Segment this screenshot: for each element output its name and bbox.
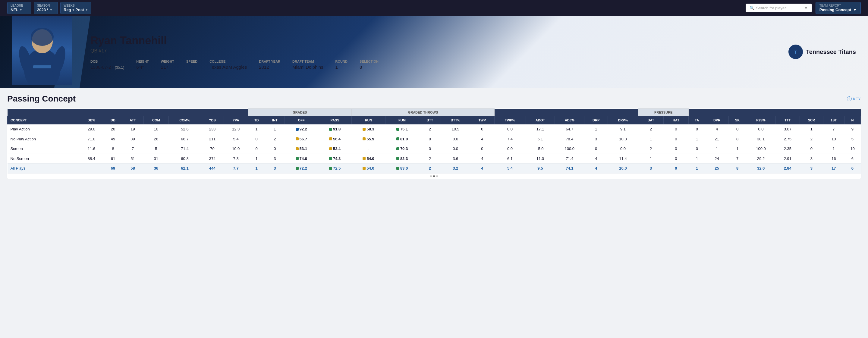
season-chevron-icon: ▼: [50, 8, 53, 11]
key-circle-icon: ?: [847, 96, 852, 101]
app-header: LEAGUE NFL ▼ SEASON 2023 * ▼ WEEKS Reg +…: [0, 0, 868, 16]
weeks-value: Reg + Post: [64, 7, 84, 12]
col-ttt: TTT: [775, 116, 800, 125]
round-stat: ROUND 1: [336, 60, 347, 70]
league-dropdown[interactable]: LEAGUE NFL ▼: [7, 2, 31, 14]
college-stat: COLLEGE Texas A&M Aggies: [210, 60, 247, 70]
section-header: Passing Concept ? KEY: [7, 94, 861, 104]
col-concept: CONCEPT: [7, 116, 79, 125]
speed-label: SPEED: [186, 60, 197, 63]
season-dropdown[interactable]: SEASON 2023 * ▼: [34, 2, 58, 14]
pressure-group-header: PRESSURE: [638, 109, 689, 116]
col-adot: ADOT: [526, 116, 555, 125]
draft-team-value: Miami Dolphins: [292, 64, 323, 70]
player-pos-num: QB #17: [90, 48, 788, 54]
col-int: INT: [265, 116, 284, 125]
player-photo-area: [12, 16, 79, 88]
weight-label: WEIGHT: [161, 60, 174, 63]
league-value: NFL: [10, 7, 18, 12]
scroll-dot-1: [430, 175, 432, 177]
col-pass: PASS: [318, 116, 351, 125]
weight-stat: WEIGHT 217: [161, 60, 174, 70]
player-search[interactable]: 🔍 Search for player... ▼: [746, 4, 812, 12]
weeks-label: WEEKS: [64, 4, 75, 7]
section-title: Passing Concept: [7, 94, 76, 104]
col-adj-pct: ADJ%: [555, 116, 584, 125]
dob-stat: DOB 1988-07-27 (35.1): [90, 60, 124, 70]
speed-stat: SPEED: [186, 60, 197, 70]
height-label: HEIGHT: [136, 60, 149, 63]
team-logo-area: T Tennessee Titans: [788, 44, 856, 59]
team-logo: T: [788, 44, 803, 59]
header-filters: LEAGUE NFL ▼ SEASON 2023 * ▼ WEEKS Reg +…: [7, 2, 91, 14]
passing-concept-section: Passing Concept ? KEY GRADES GRADED THRO…: [0, 88, 868, 179]
scroll-dot-3: [436, 175, 438, 177]
dob-age: (35.1): [115, 65, 124, 70]
player-photo: [12, 16, 72, 85]
draft-team-label: DRAFT TEAM: [292, 60, 323, 63]
round-label: ROUND: [336, 60, 347, 63]
key-label: KEY: [853, 97, 861, 101]
table-row: No Screen 88.4 61 51 31 60.8 374 7.3 1 3…: [7, 154, 861, 164]
team-name: Tennessee Titans: [806, 48, 856, 56]
key-button[interactable]: ? KEY: [847, 96, 861, 101]
col-btt: BTT: [419, 116, 441, 125]
concept-group-header: [7, 109, 79, 116]
grades-group-header: GRADES: [248, 109, 352, 116]
group-header-row: GRADES GRADED THROWS PRESSURE: [7, 109, 861, 116]
dob-label: DOB: [90, 60, 124, 63]
weeks-dropdown[interactable]: WEEKS Reg + Post ▼: [60, 2, 91, 14]
col-yds: YDS: [201, 116, 224, 125]
col-drp: DRP: [584, 116, 608, 125]
header-right: 🔍 Search for player... ▼ TEAM REPORT Pas…: [746, 2, 861, 14]
concept-cell: All Plays: [7, 164, 79, 173]
team-report-value: Passing Concept: [819, 7, 851, 12]
concept-cell: Play Action: [7, 125, 79, 134]
col-header-row: CONCEPT DB% DB ATT COM COM% YDS YPA TD I…: [7, 116, 861, 125]
col-run: RUN: [352, 116, 385, 125]
col-n: N: [844, 116, 861, 125]
col-off: OFF: [284, 116, 318, 125]
svg-rect-5: [33, 65, 51, 68]
svg-text:T: T: [795, 50, 797, 55]
col-com: COM: [144, 116, 168, 125]
height-stat: HEIGHT 6'4": [136, 60, 149, 70]
league-chevron-icon: ▼: [19, 8, 22, 11]
player-hero: Ryan Tannehill QB #17 DOB 1988-07-27 (35…: [0, 16, 868, 88]
draft-team-stat: DRAFT TEAM Miami Dolphins: [292, 60, 323, 70]
college-label: COLLEGE: [210, 60, 247, 63]
concept-cell: No Screen: [7, 154, 79, 164]
concept-cell: Screen: [7, 144, 79, 154]
dob-value: 1988-07-27 (35.1): [90, 64, 124, 70]
weight-value: 217: [161, 64, 174, 70]
concept-cell: No Play Action: [7, 134, 79, 144]
col-db-pct: DB%: [79, 116, 104, 125]
col-twp: TWP: [470, 116, 494, 125]
player-silhouette-svg: [15, 19, 69, 85]
col-bat: BAT: [638, 116, 664, 125]
col-scr: SCR: [800, 116, 824, 125]
data-table: GRADES GRADED THROWS PRESSURE CONCEPT DB…: [7, 108, 861, 173]
empty-group-3: [689, 109, 861, 116]
scroll-dot-2: [433, 175, 435, 177]
col-btt-pct: BTT%: [441, 116, 470, 125]
col-ta: TA: [689, 116, 705, 125]
table-row: Screen 11.6 8 7 5 71.4 70 10.0 0 0 53.1 …: [7, 144, 861, 154]
team-report-chevron-icon: ▼: [853, 7, 857, 12]
team-report-button[interactable]: TEAM REPORT Passing Concept ▼: [815, 2, 861, 14]
player-info: Ryan Tannehill QB #17 DOB 1988-07-27 (35…: [90, 34, 788, 70]
col-fum: FUM: [385, 116, 418, 125]
graded-throws-group-header: GRADED THROWS: [352, 109, 494, 116]
scroll-indicator: [7, 173, 861, 179]
season-label: SEASON: [37, 4, 50, 7]
table-row: Play Action 29.0 20 19 10 52.6 233 12.3 …: [7, 125, 861, 134]
selection-value: 8: [360, 64, 378, 70]
selection-stat: SELECTION 8: [360, 60, 378, 70]
draft-year-value: 2012: [259, 64, 280, 70]
table-row: No Play Action 71.0 49 39 26 66.7 211 5.…: [7, 134, 861, 144]
height-value: 6'4": [136, 64, 149, 70]
col-p2s-pct: P2S%: [746, 116, 776, 125]
search-icon: 🔍: [749, 6, 754, 10]
col-hat: HAT: [663, 116, 689, 125]
season-value: 2023 *: [37, 7, 49, 12]
